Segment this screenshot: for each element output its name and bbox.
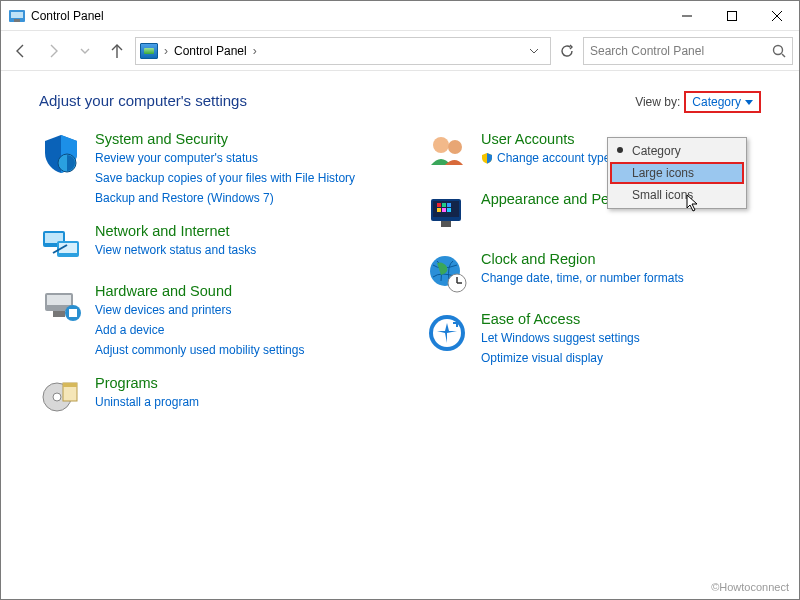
control-panel-path-icon <box>140 43 158 59</box>
view-option-label: Small icons <box>632 188 693 202</box>
ease-of-access-icon <box>425 311 469 355</box>
svg-point-25 <box>433 137 449 153</box>
category-column-left: System and Security Review your computer… <box>39 131 375 419</box>
svg-rect-20 <box>69 309 77 317</box>
category-link-label: Change account type <box>497 149 610 167</box>
recent-locations-dropdown[interactable] <box>71 37 99 65</box>
svg-rect-33 <box>442 208 446 212</box>
view-option-category[interactable]: Category <box>610 140 744 162</box>
programs-icon <box>39 375 83 419</box>
category-title[interactable]: Network and Internet <box>95 223 256 239</box>
category-title[interactable]: User Accounts <box>481 131 610 147</box>
svg-rect-32 <box>437 208 441 212</box>
globe-clock-icon <box>425 251 469 295</box>
breadcrumb-item[interactable]: Control Panel <box>174 44 247 58</box>
view-option-large-icons[interactable]: Large icons <box>610 162 744 184</box>
search-input[interactable]: Search Control Panel <box>583 37 793 65</box>
view-option-small-icons[interactable]: Small icons <box>610 184 744 206</box>
minimize-button[interactable] <box>664 1 709 30</box>
svg-rect-24 <box>63 383 77 387</box>
svg-rect-35 <box>441 221 451 227</box>
svg-line-9 <box>782 54 785 57</box>
page-heading: Adjust your computer's settings <box>39 92 247 109</box>
category-title[interactable]: Clock and Region <box>481 251 684 267</box>
view-by-label: View by: <box>635 95 680 109</box>
svg-rect-30 <box>442 203 446 207</box>
view-by-current: Category <box>692 95 741 109</box>
close-button[interactable] <box>754 1 799 30</box>
category-link[interactable]: Change date, time, or number formats <box>481 269 684 287</box>
category-link[interactable]: View network status and tasks <box>95 241 256 259</box>
category-link[interactable]: Add a device <box>95 321 304 339</box>
back-button[interactable] <box>7 37 35 65</box>
shield-icon <box>39 131 83 175</box>
category-title[interactable]: Hardware and Sound <box>95 283 304 299</box>
svg-rect-17 <box>47 295 71 305</box>
view-option-label: Large icons <box>632 166 694 180</box>
svg-rect-29 <box>437 203 441 207</box>
category-link[interactable]: View devices and printers <box>95 301 304 319</box>
category-link[interactable]: Review your computer's status <box>95 149 355 167</box>
category-ease-of-access: Ease of Access Let Windows suggest setti… <box>425 311 761 367</box>
search-icon <box>772 44 786 58</box>
svg-rect-2 <box>14 19 20 22</box>
category-title[interactable]: Ease of Access <box>481 311 640 327</box>
category-link[interactable]: Uninstall a program <box>95 393 199 411</box>
category-title[interactable]: Programs <box>95 375 199 391</box>
chevron-right-icon: › <box>164 44 168 58</box>
navigation-toolbar: › Control Panel › Search Control Panel <box>1 31 799 71</box>
address-history-dropdown[interactable] <box>522 46 546 56</box>
category-link[interactable]: Optimize visual display <box>481 349 640 367</box>
svg-rect-1 <box>11 12 23 18</box>
up-button[interactable] <box>103 37 131 65</box>
category-network-internet: Network and Internet View network status… <box>39 223 375 267</box>
forward-button[interactable] <box>39 37 67 65</box>
svg-rect-31 <box>447 203 451 207</box>
network-icon <box>39 223 83 267</box>
svg-rect-4 <box>727 11 736 20</box>
uac-shield-icon <box>481 152 493 164</box>
view-by-dropdown[interactable]: Category <box>684 91 761 113</box>
svg-point-26 <box>448 140 462 154</box>
category-link[interactable]: Adjust commonly used mobility settings <box>95 341 304 359</box>
category-title[interactable]: System and Security <box>95 131 355 147</box>
appearance-icon <box>425 191 469 235</box>
category-system-security: System and Security Review your computer… <box>39 131 375 207</box>
svg-rect-18 <box>53 311 65 317</box>
chevron-down-icon <box>745 100 753 105</box>
svg-point-8 <box>774 45 783 54</box>
svg-point-22 <box>53 393 61 401</box>
view-by-control: View by: Category Category Large icons <box>635 91 761 113</box>
content-area: Adjust your computer's settings View by:… <box>1 71 799 599</box>
hardware-icon <box>39 283 83 327</box>
category-programs: Programs Uninstall a program <box>39 375 375 419</box>
view-by-menu: Category Large icons Small icons <box>607 137 747 209</box>
address-bar[interactable]: › Control Panel › <box>135 37 551 65</box>
category-hardware-sound: Hardware and Sound View devices and prin… <box>39 283 375 359</box>
selected-bullet-icon <box>617 147 623 153</box>
titlebar: Control Panel <box>1 1 799 31</box>
category-clock-region: Clock and Region Change date, time, or n… <box>425 251 761 295</box>
chevron-right-icon: › <box>253 44 257 58</box>
category-link[interactable]: Backup and Restore (Windows 7) <box>95 189 355 207</box>
view-option-label: Category <box>632 144 681 158</box>
control-panel-window: Control Panel › Control Panel › Search C… <box>0 0 800 600</box>
svg-rect-34 <box>447 208 451 212</box>
category-link[interactable]: Let Windows suggest settings <box>481 329 640 347</box>
control-panel-icon <box>9 8 25 24</box>
users-icon <box>425 131 469 175</box>
maximize-button[interactable] <box>709 1 754 30</box>
refresh-button[interactable] <box>555 37 579 65</box>
search-placeholder: Search Control Panel <box>590 44 772 58</box>
watermark-text: ©Howtoconnect <box>711 581 789 593</box>
category-link[interactable]: Change account type <box>481 149 610 167</box>
cursor-icon <box>686 194 700 212</box>
window-title: Control Panel <box>31 9 664 23</box>
category-link[interactable]: Save backup copies of your files with Fi… <box>95 169 355 187</box>
